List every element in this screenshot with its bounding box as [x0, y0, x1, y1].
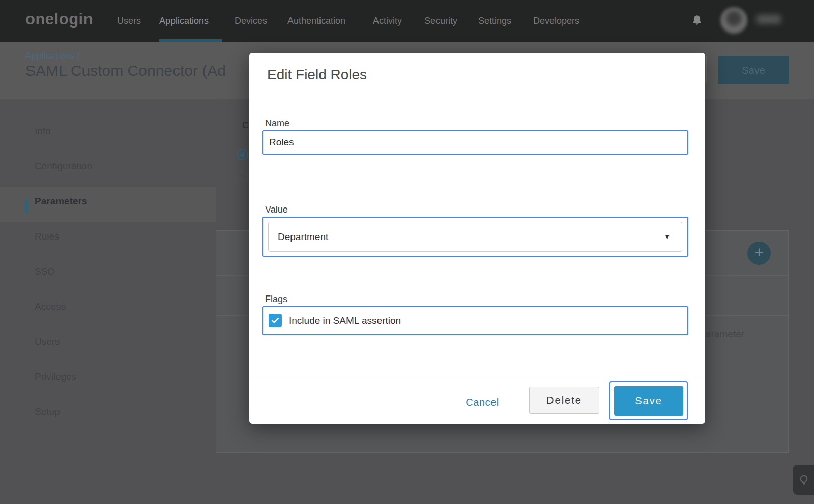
saml-assertion-checkbox[interactable] — [269, 314, 282, 327]
cancel-button[interactable]: Cancel — [454, 391, 510, 414]
name-input[interactable] — [262, 130, 688, 155]
hidden-radio-unselected[interactable] — [237, 171, 248, 183]
nav-item-applications[interactable]: Applications — [159, 0, 209, 42]
value-field-label: Value — [265, 204, 288, 215]
nav-item-activity[interactable]: Activity — [373, 0, 402, 42]
name-field-label: Name — [265, 118, 289, 129]
bell-icon[interactable] — [690, 14, 704, 28]
page-save-button[interactable]: Save — [718, 56, 789, 84]
active-sidebar-indicator — [25, 199, 28, 213]
nav-item-developers[interactable]: Developers — [533, 0, 579, 42]
modal-header-divider — [249, 99, 705, 99]
sidebar-item-privileges[interactable]: Privileges — [35, 370, 76, 384]
add-parameter-button[interactable]: + — [747, 242, 771, 265]
onelogin-logo[interactable]: onelogin — [25, 10, 93, 28]
active-sidebar-row-highlight — [0, 187, 216, 222]
sidebar-item-parameters[interactable]: Parameters — [35, 194, 88, 209]
nav-item-settings[interactable]: Settings — [478, 0, 511, 42]
user-name-blurred — [757, 15, 781, 24]
nav-item-security[interactable]: Security — [424, 0, 457, 42]
nav-item-devices[interactable]: Devices — [235, 0, 267, 42]
dropdown-caret-icon: ▼ — [664, 222, 671, 251]
sidebar-item-sso[interactable]: SSO — [35, 264, 55, 279]
sidebar-item-setup[interactable]: Setup — [35, 405, 60, 419]
lightbulb-icon — [797, 473, 810, 487]
modal-title: Edit Field Roles — [267, 67, 367, 83]
page-title: SAML Custom Connector (Ad — [25, 62, 226, 79]
user-avatar[interactable] — [720, 7, 747, 34]
hidden-text-fragment: C — [242, 120, 249, 131]
edit-field-roles-modal: Edit Field Roles Name Value Department ▼… — [249, 53, 705, 424]
save-button-focus-ring: Save — [609, 381, 688, 420]
flags-field-label: Flags — [265, 294, 287, 305]
value-selected-option: Department — [278, 222, 328, 251]
delete-button[interactable]: Delete — [529, 387, 599, 414]
top-nav-bar: onelogin Users Applications Devices Auth… — [0, 0, 814, 42]
sidebar-item-info[interactable]: Info — [35, 124, 51, 138]
app-root: onelogin Users Applications Devices Auth… — [0, 0, 814, 504]
breadcrumb[interactable]: Applications / — [25, 51, 80, 62]
nav-item-authentication[interactable]: Authentication — [287, 0, 345, 42]
value-select[interactable]: Department ▼ — [268, 222, 682, 252]
help-widget-button[interactable] — [793, 465, 814, 495]
table-column-divider — [728, 230, 728, 453]
sidebar-item-rules[interactable]: Rules — [35, 229, 60, 244]
hidden-button-edge — [706, 56, 707, 83]
modal-footer-divider — [249, 375, 705, 375]
checkbox-check-icon — [270, 315, 280, 325]
sidebar-item-users[interactable]: Users — [35, 335, 60, 349]
value-select-focus-ring: Department ▼ — [262, 217, 688, 257]
nav-item-users[interactable]: Users — [117, 0, 141, 42]
sidebar-item-configuration[interactable]: Configuration — [35, 159, 92, 173]
saml-assertion-checkbox-label: Include in SAML assertion — [289, 307, 401, 334]
flags-group-box: Include in SAML assertion — [262, 306, 688, 335]
modal-save-button[interactable]: Save — [614, 386, 683, 416]
table-text-fragment: arameter — [706, 329, 744, 340]
sidebar-item-access[interactable]: Access — [35, 300, 66, 314]
hidden-radio-selected[interactable] — [237, 149, 248, 160]
